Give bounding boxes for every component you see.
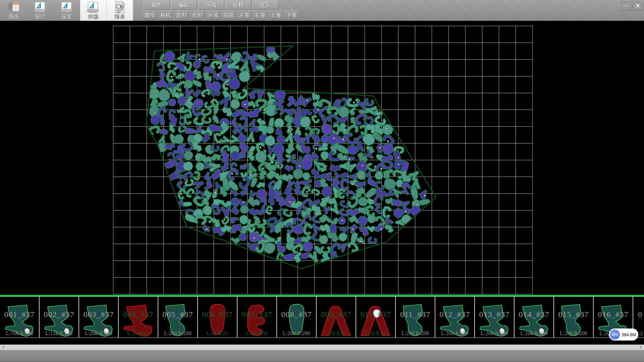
close-button[interactable]: ✕ (633, 2, 643, 11)
memory-size-value: 384.8M (622, 332, 636, 337)
nesting-ruler-icon (87, 1, 100, 13)
piece-size-label: L:200 R:200 (158, 330, 197, 337)
piece-size-label: L:200 R:200 (396, 330, 435, 337)
piece-thumbnail-1[interactable]: 001_#37 L:700 R:700 (0, 297, 40, 338)
piece-label: 003_#37 (79, 310, 118, 319)
tool-button-3[interactable]: 选割 (174, 10, 189, 20)
piece-thumbnail-11[interactable]: 011_#37 L:200 R:200 (396, 297, 435, 338)
piece-thumbnail-6[interactable]: 006_#37 L:21 R:21 (198, 297, 237, 338)
module-label: 设置 (61, 13, 72, 20)
piece-thumbnail-3[interactable]: 003_#37 L:200 R:200 (79, 297, 119, 338)
module-label: 排版 (88, 13, 99, 20)
menu-tab-4[interactable]: 排料 (225, 1, 251, 10)
design-ruler-icon (34, 1, 47, 13)
module-button-5[interactable]: 报表 (107, 0, 133, 21)
piece-label: 007_#37 (237, 310, 276, 319)
nesting-canvas[interactable] (0, 21, 644, 295)
tool-button-7[interactable]: 左靠 (237, 10, 252, 20)
tool-button-10[interactable]: 下靠 (284, 10, 300, 20)
system-gear-icon (7, 1, 20, 13)
module-button-3[interactable]: 设置 (54, 0, 80, 21)
nesting-application-window: 系统 设计 设置 排版 (0, 0, 644, 362)
piece-size-label: L:33 R:33 (356, 330, 395, 337)
piece-size-label: L:32 R:31 (317, 330, 356, 337)
piece-label: 011_#37 (396, 310, 435, 319)
piece-thumbnail-12[interactable]: 012_#37 L:200 R:200 (435, 297, 475, 338)
piece-label: 012_#37 (435, 310, 474, 319)
piece-size-label: L:200 R:200 (277, 330, 316, 337)
piece-size-label: L:200 R:200 (435, 330, 474, 337)
tool-button-2[interactable]: 相机 (158, 10, 173, 20)
piece-thumbnail-13[interactable]: 013_#37 L:200 R:200 (475, 297, 515, 338)
piece-thumbnail-2[interactable]: 002_#37 L:132 R:132 (40, 297, 79, 338)
piece-thumbnail-15[interactable]: 015_#37 L:200 R:200 (554, 297, 594, 338)
scroll-left-icon[interactable]: ‹ (1, 345, 6, 350)
piece-size-label: L:21 R:21 (198, 330, 237, 337)
piece-label: 014_#37 (515, 310, 553, 319)
module-button-4[interactable]: 排版 (80, 0, 107, 21)
module-label: 报表 (114, 13, 125, 20)
piece-thumbnail-7[interactable]: 007_#37 L:31 R:31 (237, 297, 277, 338)
piece-thumbnail-5[interactable]: 005_#37 L:200 R:200 (158, 297, 198, 338)
piece-label: 013_#37 (475, 310, 514, 319)
piece-label: 010_#37 (356, 310, 395, 319)
piece-thumbnail-10[interactable]: 010_#37 L:33 R:33 (356, 297, 396, 338)
tool-button-9[interactable]: 上靠 (268, 10, 284, 20)
piece-label: 008_#37 (277, 310, 316, 319)
tool-button-1[interactable]: 聚排 (142, 10, 158, 20)
piece-size-label: L:200 R:200 (475, 330, 514, 337)
piece-label: 015_#37 (554, 310, 593, 319)
tool-button-4[interactable]: 全割 (190, 10, 205, 20)
piece-label: 005_#37 (158, 310, 197, 319)
piece-size-label: L:132 R:132 (40, 330, 78, 337)
memory-percent-circle: 38% (610, 329, 620, 340)
piece-thumbnail-list: 001_#37 L:700 R:700 002_#37 L:132 R:132 … (0, 296, 644, 338)
piece-thumbnail-4[interactable]: 004_#37 L:31 R:31 (119, 297, 158, 338)
piece-size-label: L:200 R:200 (554, 330, 593, 337)
tool-button-8[interactable]: 右靠 (253, 10, 268, 20)
piece-size-label: L:200 R:200 (79, 330, 118, 337)
piece-thumbnail-14[interactable]: 014_#37 L:200 R:200 (515, 297, 554, 338)
piece-label: 006_#37 (198, 310, 237, 319)
report-doc-icon (113, 1, 126, 13)
piece-label: 004_#37 (119, 310, 158, 319)
piece-label: 009_#37 (317, 310, 356, 319)
piece-size-label: L:31 R:31 (237, 330, 276, 337)
piece-label: 002_#37 (40, 310, 78, 319)
main-toolbar: 系统 设计 设置 排版 (0, 0, 644, 21)
status-bar (0, 350, 644, 362)
module-label: 设计 (35, 13, 46, 20)
tool-button-5[interactable]: 区域 (205, 10, 221, 20)
toolbar-texture (241, 0, 644, 21)
module-label: 系统 (8, 13, 19, 20)
piece-label: 001_#37 (0, 310, 39, 319)
piece-thumbnail-8[interactable]: 008_#37 L:200 R:200 (277, 297, 317, 338)
scroll-right-icon[interactable]: › (638, 345, 643, 350)
piece-size-label: L:31 R:31 (119, 330, 158, 337)
menu-tab-3[interactable]: 区域 (198, 1, 224, 10)
piece-label: 0 (633, 310, 644, 319)
menu-tab-5[interactable]: 交互 (252, 1, 278, 10)
piece-label: 016_#37 (594, 310, 633, 319)
module-button-2[interactable]: 设计 (27, 0, 54, 21)
menu-tab-2[interactable]: 编辑 (171, 1, 197, 10)
horizontal-scrollbar[interactable]: ‹ › (0, 345, 644, 350)
minimize-button[interactable]: – (621, 2, 632, 11)
settings-ruler-icon (60, 1, 73, 13)
module-button-1[interactable]: 系统 (1, 0, 27, 21)
memory-usage-badge[interactable]: 38% 384.8M (609, 328, 638, 341)
piece-thumbnail-9[interactable]: 009_#37 L:32 R:31 (317, 297, 356, 338)
piece-size-label: L:700 R:700 (0, 330, 39, 337)
piece-size-label: L:200 R:200 (515, 330, 553, 337)
tool-button-6[interactable]: 瑕疵 (221, 10, 236, 20)
menu-tab-1[interactable]: 属性 (144, 1, 170, 10)
piece-thumbnail-strip: 001_#37 L:700 R:700 002_#37 L:132 R:132 … (0, 295, 644, 339)
